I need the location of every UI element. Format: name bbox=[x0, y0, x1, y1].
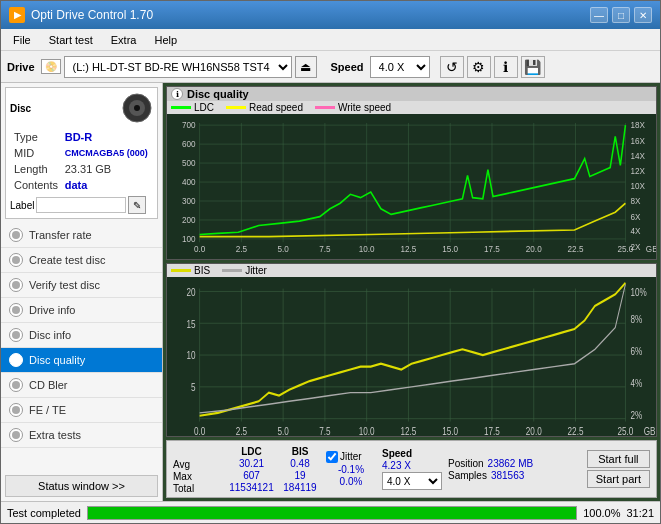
nav-dot-active bbox=[9, 353, 23, 367]
chart1-body: 700 600 500 400 300 200 100 18X 16X 14X … bbox=[167, 114, 656, 259]
svg-text:2.5: 2.5 bbox=[236, 244, 248, 254]
nav-item-disc-quality[interactable]: Disc quality bbox=[1, 348, 162, 373]
progress-bar-fill bbox=[88, 507, 576, 519]
disc-properties: Type BD-R MID CMCMAGBA5 (000) Length 23.… bbox=[10, 128, 153, 194]
svg-text:17.5: 17.5 bbox=[484, 424, 500, 436]
avg-ldc: 30.21 bbox=[229, 458, 274, 469]
max-bis: 19 bbox=[280, 470, 320, 481]
nav-item-drive-info[interactable]: Drive info bbox=[1, 298, 162, 323]
nav-item-disc-info[interactable]: Disc info bbox=[1, 323, 162, 348]
svg-text:8%: 8% bbox=[631, 313, 643, 326]
nav-dot bbox=[9, 278, 23, 292]
svg-text:200: 200 bbox=[182, 215, 196, 225]
legend-write-speed: Write speed bbox=[315, 102, 391, 113]
nav-items: Transfer rate Create test disc Verify te… bbox=[1, 223, 162, 471]
ldc-col-header: LDC bbox=[229, 446, 274, 457]
speed-col-header: Speed bbox=[382, 448, 442, 459]
menu-file[interactable]: File bbox=[5, 32, 39, 48]
status-window-button[interactable]: Status window >> bbox=[5, 475, 158, 497]
info-button[interactable]: ℹ bbox=[494, 56, 518, 78]
svg-text:0.0: 0.0 bbox=[194, 244, 206, 254]
status-text: Test completed bbox=[7, 507, 81, 519]
type-label: Type bbox=[12, 130, 61, 144]
nav-dot bbox=[9, 378, 23, 392]
nav-item-create-test-disc[interactable]: Create test disc bbox=[1, 248, 162, 273]
nav-dot bbox=[9, 403, 23, 417]
svg-text:12X: 12X bbox=[631, 166, 646, 176]
svg-text:22.5: 22.5 bbox=[568, 424, 584, 436]
disc-label-input[interactable] bbox=[36, 197, 126, 213]
sidebar: Disc Type BD-R MID CMCMAGBA5 (000) bbox=[1, 83, 163, 501]
legend-bis: BIS bbox=[171, 265, 210, 276]
chart2-body: 20 15 10 5 10% 8% 6% 4% 2% 0.0 2.5 5.0 bbox=[167, 277, 656, 436]
jitter-checkbox[interactable] bbox=[326, 451, 338, 463]
right-panel: ℹ Disc quality LDC Read speed Write spee… bbox=[163, 83, 660, 501]
svg-text:600: 600 bbox=[182, 139, 196, 149]
close-button[interactable]: ✕ bbox=[634, 7, 652, 23]
progress-percent: 100.0% bbox=[583, 507, 620, 519]
settings-button[interactable]: ⚙ bbox=[467, 56, 491, 78]
disc-label-label: Label bbox=[10, 200, 34, 211]
max-ldc: 607 bbox=[229, 470, 274, 481]
svg-text:15.0: 15.0 bbox=[442, 424, 458, 436]
refresh-button[interactable]: ↺ bbox=[440, 56, 464, 78]
pos-value: 23862 MB bbox=[488, 458, 534, 469]
speed-select[interactable]: 4.0 X bbox=[370, 56, 430, 78]
menu-help[interactable]: Help bbox=[146, 32, 185, 48]
app-title: Opti Drive Control 1.70 bbox=[31, 8, 153, 22]
svg-text:2%: 2% bbox=[631, 408, 643, 421]
menu-start-test[interactable]: Start test bbox=[41, 32, 101, 48]
menu-extra[interactable]: Extra bbox=[103, 32, 145, 48]
progress-bar-container bbox=[87, 506, 577, 520]
stats-position-col: Position 23862 MB Samples 381563 bbox=[448, 458, 581, 481]
menu-bar: File Start test Extra Help bbox=[1, 29, 660, 51]
svg-text:2.5: 2.5 bbox=[236, 424, 248, 436]
title-bar-controls: — □ ✕ bbox=[590, 7, 652, 23]
app-icon: ▶ bbox=[9, 7, 25, 23]
save-button[interactable]: 💾 bbox=[521, 56, 545, 78]
toolbar-icons: ↺ ⚙ ℹ 💾 bbox=[440, 56, 545, 78]
disc-label-edit-button[interactable]: ✎ bbox=[128, 196, 146, 214]
drive-label: Drive bbox=[7, 61, 35, 73]
svg-text:20.0: 20.0 bbox=[526, 424, 542, 436]
start-full-button[interactable]: Start full bbox=[587, 450, 650, 468]
samples-label: Samples bbox=[448, 470, 487, 481]
speed-col-value: 4.23 X bbox=[382, 460, 442, 471]
total-label: Total bbox=[173, 483, 223, 494]
nav-item-transfer-rate[interactable]: Transfer rate bbox=[1, 223, 162, 248]
nav-item-extra-tests[interactable]: Extra tests bbox=[1, 423, 162, 448]
svg-text:4X: 4X bbox=[631, 226, 641, 236]
svg-text:17.5: 17.5 bbox=[484, 244, 500, 254]
svg-text:10X: 10X bbox=[631, 180, 646, 190]
svg-text:700: 700 bbox=[182, 120, 196, 130]
svg-text:10.0: 10.0 bbox=[359, 244, 375, 254]
nav-label: FE / TE bbox=[29, 404, 66, 416]
elapsed-time: 31:21 bbox=[626, 507, 654, 519]
max-jitter: 0.0% bbox=[326, 476, 376, 487]
contents-label: Contents bbox=[12, 178, 61, 192]
title-bar-left: ▶ Opti Drive Control 1.70 bbox=[9, 7, 153, 23]
svg-text:25.0: 25.0 bbox=[618, 244, 634, 254]
stats-jitter-col: Jitter -0.1% 0.0% bbox=[326, 451, 376, 488]
maximize-button[interactable]: □ bbox=[612, 7, 630, 23]
svg-rect-50 bbox=[167, 277, 656, 436]
svg-text:100: 100 bbox=[182, 234, 196, 244]
nav-dot bbox=[9, 428, 23, 442]
minimize-button[interactable]: — bbox=[590, 7, 608, 23]
nav-item-cd-bler[interactable]: CD Bler bbox=[1, 373, 162, 398]
disc-quality-chart: ℹ Disc quality LDC Read speed Write spee… bbox=[166, 86, 657, 260]
total-ldc: 11534121 bbox=[229, 482, 274, 493]
svg-text:GB: GB bbox=[644, 424, 656, 436]
nav-item-verify-test-disc[interactable]: Verify test disc bbox=[1, 273, 162, 298]
drive-select[interactable]: (L:) HL-DT-ST BD-RE WH16NS58 TST4 bbox=[64, 56, 292, 78]
start-part-button[interactable]: Start part bbox=[587, 470, 650, 488]
chart2-svg: 20 15 10 5 10% 8% 6% 4% 2% 0.0 2.5 5.0 bbox=[167, 277, 656, 436]
nav-dot bbox=[9, 228, 23, 242]
speed-col-select[interactable]: 4.0 X bbox=[382, 472, 442, 490]
svg-text:5: 5 bbox=[191, 381, 196, 394]
avg-bis: 0.48 bbox=[280, 458, 320, 469]
svg-text:7.5: 7.5 bbox=[319, 424, 331, 436]
eject-button[interactable]: ⏏ bbox=[295, 56, 317, 78]
nav-item-fe-te[interactable]: FE / TE bbox=[1, 398, 162, 423]
svg-text:6%: 6% bbox=[631, 345, 643, 358]
